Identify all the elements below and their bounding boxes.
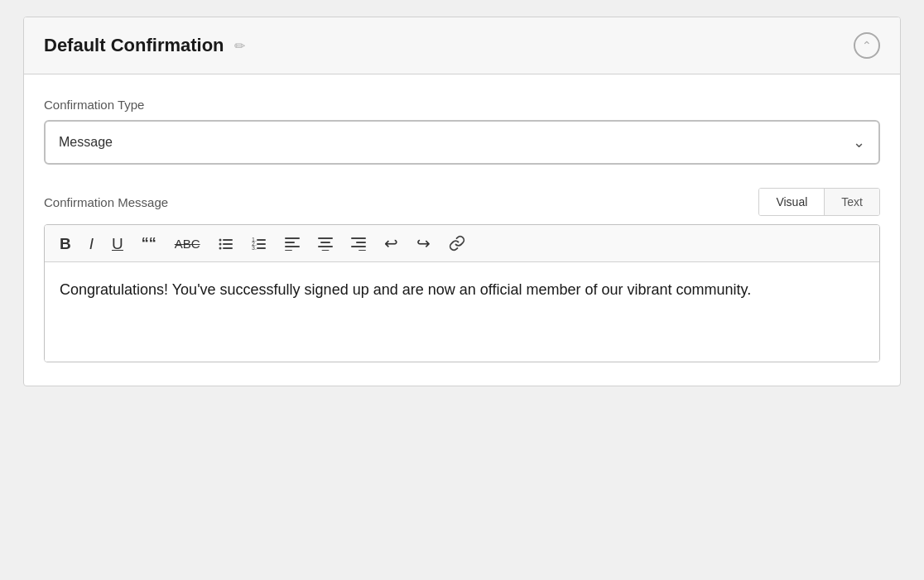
editor-content[interactable]: Congratulations! You've successfully sig… bbox=[45, 262, 879, 362]
svg-rect-14 bbox=[285, 246, 300, 247]
svg-point-4 bbox=[219, 247, 221, 250]
chevron-up-icon: ⌃ bbox=[862, 39, 872, 52]
svg-rect-16 bbox=[318, 237, 333, 239]
confirmation-type-label: Confirmation Type bbox=[44, 98, 880, 112]
svg-rect-18 bbox=[318, 246, 333, 247]
editor-toolbar: B I U ““ ABC bbox=[45, 225, 879, 262]
chevron-down-icon: ⌄ bbox=[853, 133, 865, 151]
toolbar-align-left[interactable] bbox=[282, 234, 303, 252]
toolbar-align-center[interactable] bbox=[315, 234, 336, 252]
svg-rect-3 bbox=[223, 243, 233, 245]
card-title: Default Confirmation bbox=[44, 35, 224, 56]
card-header: Default Confirmation ✏ ⌃ bbox=[24, 17, 900, 74]
toolbar-strikethrough[interactable]: ABC bbox=[171, 236, 204, 252]
toolbar-italic[interactable]: I bbox=[86, 234, 97, 253]
toolbar-underline[interactable]: U bbox=[108, 234, 127, 253]
toolbar-bold[interactable]: B bbox=[56, 234, 75, 253]
confirmation-message-label: Confirmation Message bbox=[44, 195, 168, 209]
select-display[interactable]: Message ⌄ bbox=[46, 122, 878, 163]
svg-point-2 bbox=[219, 243, 221, 246]
rich-text-editor: B I U ““ ABC bbox=[44, 224, 880, 362]
toolbar-undo[interactable]: ↩ bbox=[381, 233, 402, 253]
svg-rect-19 bbox=[321, 250, 329, 251]
svg-rect-12 bbox=[285, 237, 300, 239]
message-header: Confirmation Message Visual Text bbox=[44, 188, 880, 216]
toolbar-redo[interactable]: ↪ bbox=[413, 233, 434, 253]
svg-rect-11 bbox=[257, 247, 266, 249]
tab-text[interactable]: Text bbox=[825, 189, 879, 215]
svg-rect-5 bbox=[223, 247, 233, 249]
svg-point-0 bbox=[219, 239, 221, 242]
tab-visual[interactable]: Visual bbox=[759, 189, 825, 215]
svg-rect-9 bbox=[257, 243, 266, 245]
toolbar-align-right[interactable] bbox=[348, 234, 369, 252]
confirmation-card: Default Confirmation ✏ ⌃ Confirmation Ty… bbox=[23, 17, 901, 386]
toolbar-unordered-list[interactable] bbox=[215, 234, 237, 252]
svg-rect-21 bbox=[356, 242, 366, 243]
confirmation-type-group: Confirmation Type Message ⌄ bbox=[44, 98, 880, 165]
toolbar-blockquote[interactable]: ““ bbox=[138, 234, 160, 252]
svg-rect-13 bbox=[285, 242, 295, 243]
edit-icon[interactable]: ✏ bbox=[234, 38, 245, 54]
select-value: Message bbox=[59, 135, 113, 150]
card-body: Confirmation Type Message ⌄ Confirmation… bbox=[24, 74, 900, 386]
toolbar-link[interactable] bbox=[445, 233, 469, 253]
confirmation-message-section: Confirmation Message Visual Text B I U “… bbox=[44, 188, 880, 362]
svg-rect-15 bbox=[285, 250, 292, 251]
view-tabs: Visual Text bbox=[758, 188, 880, 216]
toolbar-ordered-list[interactable]: 1. 2. 3. bbox=[248, 234, 270, 252]
header-left: Default Confirmation ✏ bbox=[44, 35, 245, 56]
svg-rect-20 bbox=[351, 237, 366, 239]
svg-text:3.: 3. bbox=[252, 245, 257, 251]
svg-rect-23 bbox=[359, 250, 366, 251]
svg-rect-7 bbox=[257, 239, 266, 241]
collapse-button[interactable]: ⌃ bbox=[854, 32, 880, 59]
svg-rect-17 bbox=[320, 242, 330, 243]
svg-rect-1 bbox=[223, 239, 233, 241]
confirmation-type-select[interactable]: Message ⌄ bbox=[44, 120, 880, 165]
svg-rect-22 bbox=[351, 246, 366, 247]
